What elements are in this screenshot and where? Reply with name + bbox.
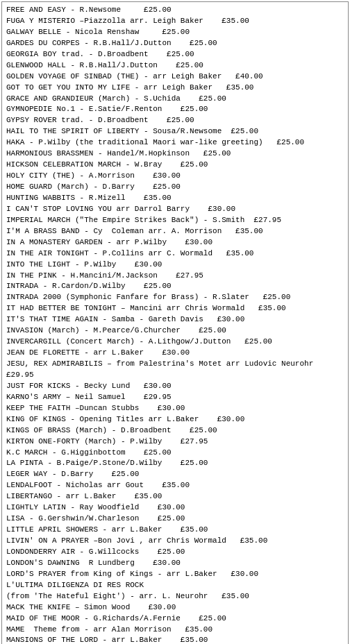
list-item: I'M A BRASS BAND - Cy Coleman arr. A. Mo… <box>6 226 344 237</box>
list-item: GRACE AND GRANDIEUR (March) - S.Uchida £… <box>6 94 344 105</box>
list-item: KARNO'S ARMY – Neil Samuel £29.95 <box>6 392 344 403</box>
list-item: I CAN'T STOP LOVING YOU arr Darrol Barry… <box>6 204 344 215</box>
list-item: KEEP THE FAITH –Duncan Stubbs £30.00 <box>6 403 344 414</box>
list-item: HUNTING WABBITS - R.Mizell £35.00 <box>6 193 344 204</box>
list-item: LISA - G.Gershwin/W.Charleson £25.00 <box>6 514 344 525</box>
list-item: INVASION (March) - M.Pearce/G.Churcher £… <box>6 325 344 337</box>
list-item: IMPERIAL MARCH ("The Empire Strikes Back… <box>6 215 344 226</box>
list-item: JUST FOR KICKS - Becky Lund £30.00 <box>6 381 344 392</box>
list-item: IT'S THAT TIME AGAIN - Samba - Gareth Da… <box>6 314 344 325</box>
list-item: FUGA Y MISTERIO –Piazzolla arr. Leigh Ba… <box>6 16 344 27</box>
list-item: KINGS OF BRASS (March) - D.Broadbent £25… <box>6 425 344 437</box>
list-item: INTRADA - R.Cardon/D.Wilby £25.00 <box>6 281 344 292</box>
list-item: JESU, REX ADMIRABILIS – from Palestrina'… <box>6 359 344 381</box>
list-item: KING OF KINGS - Opening Titles arr L.Bak… <box>6 414 344 425</box>
list-item: INTRADA 2000 (Symphonic Fanfare for Bras… <box>6 292 344 303</box>
list-item: LITTLE APRIL SHOWERS - arr L.Baker £35.0… <box>6 525 344 536</box>
list-item: IN THE PINK - H.Mancini/M.Jackson £27.95 <box>6 271 344 282</box>
list-item: MACK THE KNIFE – Simon Wood £30.00 <box>6 602 344 613</box>
list-item: FREE AND EASY - R.Newsome £25.00 <box>6 5 344 16</box>
list-item: LENDALFOOT - Nicholas arr Gout £35.00 <box>6 480 344 491</box>
list-item: GYMNOPEDIE No.1 - E.Satie/F.Renton £25.0… <box>6 104 344 115</box>
list-item: K.C MARCH - G.Higginbottom £25.00 <box>6 448 344 459</box>
list-item: LIGHTLY LATIN - Ray Woodfield £30.00 <box>6 502 344 514</box>
list-item: GARDES DU CORPES - R.B.Hall/J.Dutton £25… <box>6 38 344 49</box>
content-area: FREE AND EASY - R.Newsome £25.00FUGA Y M… <box>1 1 349 644</box>
list-item: INVERCARGILL (Concert March) - A.Lithgow… <box>6 337 344 348</box>
list-item: GOLDEN VOYAGE OF SINBAD (THE) - arr Leig… <box>6 71 344 83</box>
list-item: L'ULTIMA DILIGENZA DI RES ROCK <box>6 580 344 591</box>
list-item: GOT TO GET YOU INTO MY LIFE - arr Leigh … <box>6 83 344 94</box>
list-item: HAIL TO THE SPIRIT OF LIBERTY - Sousa/R.… <box>6 126 344 137</box>
list-item: LIBERTANGO - arr L.Baker £35.00 <box>6 491 344 502</box>
list-item: HOME GUARD (March) - D.Barry £25.00 <box>6 182 344 193</box>
list-item: HOLY CITY (THE) - A.Morrison £30.00 <box>6 171 344 182</box>
list-item: HARMONIOUS BRASSMEN - Handel/M.Hopkinson… <box>6 149 344 160</box>
list-item: HICKSON CELEBRATION MARCH - W.Bray £25.0… <box>6 160 344 171</box>
list-item: LA PINTA - B.Paige/P.Stone/D.Wilby £25.0… <box>6 458 344 469</box>
list-item: GLENWOOD HALL - R.B.Hall/J.Dutton £25.00 <box>6 60 344 71</box>
list-item: INTO THE LIGHT - P.Wilby £30.00 <box>6 260 344 271</box>
list-item: GALWAY BELLE - Nicola Renshaw £25.00 <box>6 27 344 38</box>
list-item: LIVIN' ON A PRAYER –Bon Jovi , arr Chris… <box>6 536 344 547</box>
list-item: LEGER WAY - D.Barry £25.00 <box>6 469 344 480</box>
list-item: MAME Theme from - arr Alan Morrison £35.… <box>6 625 344 636</box>
list-item: IN THE AIR TONIGHT - P.Collins arr C. Wo… <box>6 248 344 260</box>
list-item: GEORGIA BOY trad. - D.Broadbent £25.00 <box>6 49 344 60</box>
list-item: MAID OF THE MOOR - G.Richards/A.Fernie £… <box>6 613 344 625</box>
list-item: JEAN DE FLORETTE - arr L.Baker £30.00 <box>6 348 344 359</box>
list-item: KIRTON ONE-FORTY (March) - P.Wilby £27.9… <box>6 437 344 448</box>
list-item: GYPSY ROVER trad. - D.Broadbent £25.00 <box>6 115 344 126</box>
list-item: IN A MONASTERY GARDEN - arr P.Wilby £30.… <box>6 237 344 248</box>
list-item: (from 'The Hateful Eight') - arr. L. Neu… <box>6 591 344 602</box>
list-item: LONDONDERRY AIR - G.Willcocks £25.00 <box>6 547 344 558</box>
list-item: LORD'S PRAYER from King of Kings - arr L… <box>6 569 344 580</box>
list-item: IT HAD BETTER BE TONIGHT – Mancini arr C… <box>6 303 344 314</box>
list-item: LONDON'S DAWNING R Lundberg £30.00 <box>6 558 344 569</box>
list-item: HAKA - P.Wilby (the traditional Maori wa… <box>6 137 344 149</box>
list-item: MANSIONS OF THE LORD - arr L.Baker £35.0… <box>6 635 344 644</box>
